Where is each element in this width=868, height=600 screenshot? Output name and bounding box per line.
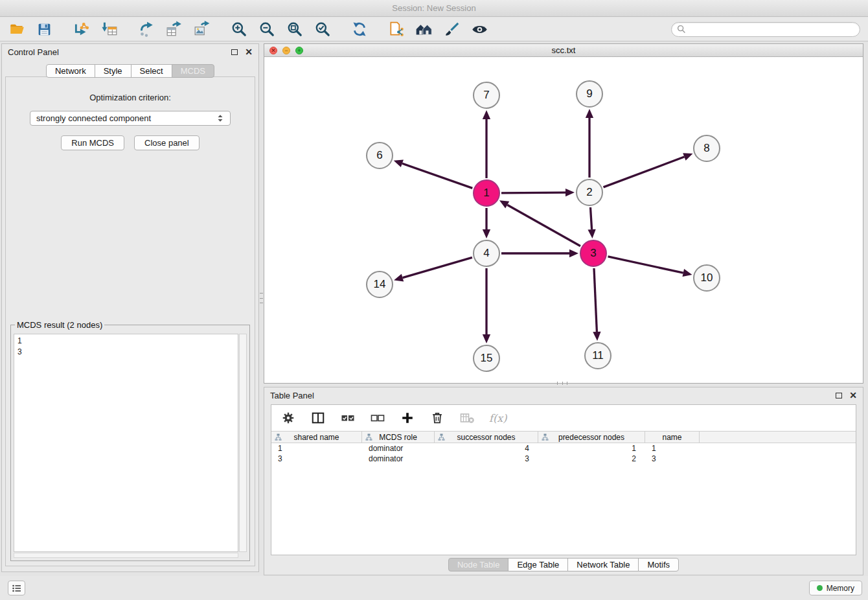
float-table-panel-icon[interactable]: [836, 393, 842, 398]
search-input[interactable]: [686, 25, 854, 34]
criterion-dropdown[interactable]: strongly connected component: [30, 111, 231, 126]
edge-1-2[interactable]: [501, 192, 565, 193]
cell-shared-name[interactable]: 1: [271, 444, 362, 453]
control-panel-tabs: Network Style Select MCDS: [2, 64, 258, 78]
node-14[interactable]: 14: [366, 271, 393, 298]
mcds-result-text: 1 3: [14, 334, 238, 552]
select-all-columns-icon[interactable]: [340, 410, 356, 426]
control-panel-header: Control Panel ✕: [2, 44, 258, 60]
control-panel: Control Panel ✕ Network Style Select MCD…: [1, 43, 259, 572]
graph-edges-layer: [264, 57, 863, 383]
tab-mcds[interactable]: MCDS: [172, 64, 214, 78]
zoom-out-icon[interactable]: [258, 21, 275, 38]
cell-shared-name[interactable]: 3: [271, 454, 362, 463]
edge-4-14[interactable]: [403, 257, 472, 277]
unselect-all-columns-icon[interactable]: [370, 410, 385, 426]
zoom-in-icon[interactable]: [230, 21, 247, 38]
window-close-icon[interactable]: ✕: [269, 47, 277, 54]
table-row[interactable]: 1 dominator 4 1 1: [271, 443, 856, 454]
zoom-fit-icon[interactable]: [286, 21, 303, 38]
node-3[interactable]: 3: [580, 240, 607, 267]
tab-network-table[interactable]: Network Table: [567, 558, 639, 571]
export-image-icon[interactable]: [193, 21, 211, 38]
node-7[interactable]: 7: [473, 82, 500, 109]
table-settings-gear-icon[interactable]: [280, 410, 296, 426]
close-panel-button[interactable]: Close panel: [134, 135, 200, 150]
tab-select[interactable]: Select: [131, 64, 172, 78]
edge-3-11[interactable]: [594, 268, 597, 332]
export-network-icon[interactable]: [137, 21, 155, 38]
edge-2-3[interactable]: [591, 207, 592, 229]
cell-successor-nodes[interactable]: 3: [435, 454, 538, 463]
close-panel-icon[interactable]: ✕: [245, 49, 253, 55]
status-bar: Memory: [0, 576, 868, 600]
network-file-icon[interactable]: [387, 21, 405, 38]
edge-3-10[interactable]: [608, 257, 683, 273]
cell-mcds-role[interactable]: dominator: [362, 454, 435, 463]
cell-name[interactable]: 3: [645, 454, 700, 463]
chevron-up-down-icon: [216, 114, 224, 122]
tab-edge-table[interactable]: Edge Table: [508, 558, 568, 571]
create-column-icon[interactable]: [400, 410, 415, 426]
table-panel: Table Panel ✕: [264, 387, 863, 575]
open-session-icon[interactable]: [8, 21, 25, 38]
node-4[interactable]: 4: [473, 240, 500, 267]
memory-button[interactable]: Memory: [809, 581, 862, 595]
vertical-splitter-grip[interactable]: [260, 293, 263, 303]
node-1[interactable]: 1: [473, 179, 500, 207]
import-table-icon[interactable]: [100, 21, 118, 38]
node-6[interactable]: 6: [366, 142, 393, 169]
delete-column-icon[interactable]: [429, 410, 445, 426]
mcds-result-title: MCDS result (2 nodes): [15, 320, 104, 330]
node-10[interactable]: 10: [693, 264, 720, 292]
cell-mcds-role[interactable]: dominator: [362, 444, 435, 453]
search-field[interactable]: [671, 22, 860, 37]
task-history-button[interactable]: [8, 581, 25, 595]
window-zoom-icon[interactable]: +: [295, 47, 303, 54]
node-2[interactable]: 2: [576, 179, 603, 206]
export-table-icon[interactable]: [165, 21, 183, 38]
edge-1-6[interactable]: [402, 163, 472, 188]
run-mcds-button[interactable]: Run MCDS: [61, 135, 124, 150]
first-neighbors-icon[interactable]: [415, 21, 433, 38]
network-canvas[interactable]: 7968124314101511: [264, 57, 863, 383]
save-session-icon[interactable]: [36, 21, 53, 38]
style-brush-icon[interactable]: [443, 21, 461, 38]
control-panel-title: Control Panel: [8, 47, 59, 57]
window-minimize-icon[interactable]: −: [282, 47, 290, 54]
show-columns-icon[interactable]: [310, 410, 326, 426]
refresh-icon[interactable]: [350, 21, 368, 38]
import-network-icon[interactable]: [73, 21, 90, 38]
column-header-mcds-role[interactable]: MCDS role: [362, 432, 435, 443]
result-horizontal-scrollbar[interactable]: [14, 553, 238, 558]
tab-motifs[interactable]: Motifs: [638, 558, 679, 571]
result-vertical-scrollbar[interactable]: [239, 334, 247, 552]
column-header-name[interactable]: name: [645, 432, 700, 443]
mcds-result-line: 1: [17, 336, 234, 347]
close-table-panel-icon[interactable]: ✕: [849, 392, 857, 398]
node-table-area: f(x) shared name MCDS role successor nod…: [271, 404, 856, 555]
horizontal-splitter-grip[interactable]: [557, 382, 567, 385]
node-9[interactable]: 9: [576, 80, 603, 108]
tab-node-table[interactable]: Node Table: [448, 558, 509, 571]
float-panel-icon[interactable]: [231, 49, 238, 55]
tab-network[interactable]: Network: [46, 64, 95, 78]
column-header-shared-name[interactable]: shared name: [271, 432, 362, 443]
edge-2-8[interactable]: [604, 157, 685, 187]
column-header-successor-nodes[interactable]: successor nodes: [435, 432, 538, 443]
tab-style[interactable]: Style: [95, 64, 131, 78]
cell-predecessor-nodes[interactable]: 2: [538, 454, 645, 463]
cell-successor-nodes[interactable]: 4: [435, 444, 538, 453]
cell-predecessor-nodes[interactable]: 1: [538, 444, 645, 453]
node-11[interactable]: 11: [584, 342, 611, 369]
node-15[interactable]: 15: [473, 345, 500, 372]
cell-name[interactable]: 1: [645, 444, 700, 453]
network-window-title: scc.txt: [552, 45, 576, 55]
search-icon: [677, 25, 686, 34]
node-8[interactable]: 8: [693, 135, 720, 162]
zoom-selected-icon[interactable]: [314, 21, 331, 38]
edge-3-1[interactable]: [507, 205, 580, 246]
column-header-predecessor-nodes[interactable]: predecessor nodes: [538, 432, 645, 443]
show-hide-icon[interactable]: [471, 21, 488, 38]
table-row[interactable]: 3 dominator 3 2 3: [271, 454, 856, 464]
